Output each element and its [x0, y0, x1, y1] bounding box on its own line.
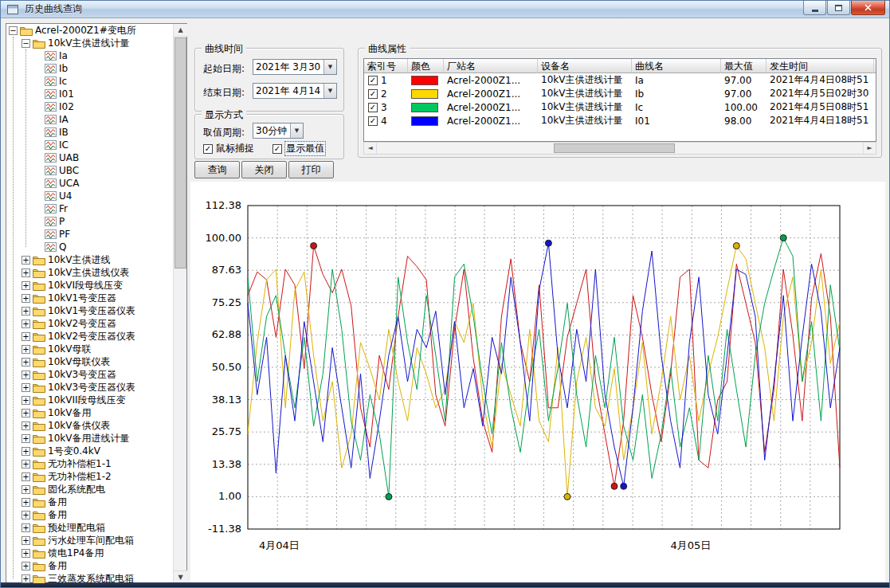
column-header-2[interactable]: 颜色: [408, 59, 444, 73]
tree-folder[interactable]: +10kV3号变压器: [7, 368, 173, 381]
expand-icon[interactable]: +: [22, 498, 30, 507]
tree-leaf-U4[interactable]: U4: [7, 190, 173, 202]
tree-leaf-Ia[interactable]: Ia: [7, 49, 173, 62]
table-horizontal-scrollbar[interactable]: ◄ ►: [363, 142, 876, 155]
tree-folder[interactable]: +10kV母联: [7, 343, 173, 355]
tree-leaf-Ib[interactable]: Ib: [7, 62, 173, 75]
curve-row-I01[interactable]: ✓4Acrel-2000Z1...10kV主供进线计量I0198.002021年…: [364, 114, 876, 127]
tree-folder[interactable]: +馈电1P4备用: [7, 547, 173, 559]
maximize-button[interactable]: [827, 1, 850, 15]
tree-folder[interactable]: +三效蒸发系统配电箱: [7, 572, 173, 583]
tree-folder[interactable]: +10kV母联仪表: [7, 355, 173, 368]
tree-folder[interactable]: +10kV备供仪表: [7, 419, 173, 432]
expand-icon[interactable]: +: [22, 549, 30, 558]
tree-leaf-UBC[interactable]: UBC: [7, 164, 173, 177]
tree-folder[interactable]: +10kV主供进线: [7, 253, 173, 266]
expand-icon[interactable]: +: [22, 383, 30, 392]
tree-scrollbar-thumb[interactable]: [174, 37, 186, 269]
tree-folder[interactable]: +污水处理车间配电箱: [7, 534, 173, 547]
tree-folder[interactable]: +无功补偿柜1-2: [7, 470, 173, 483]
collapse-icon[interactable]: −: [22, 39, 30, 48]
tree-folder[interactable]: +10kV1号变压器: [7, 292, 173, 304]
collapse-icon[interactable]: −: [9, 26, 18, 35]
expand-icon[interactable]: +: [22, 523, 30, 532]
expand-icon[interactable]: +: [22, 307, 30, 316]
checkbox-mark[interactable]: ✓: [272, 144, 282, 154]
curve-row-Ib[interactable]: ✓2Acrel-2000Z1...10kV主供进线计量Ib97.002021年4…: [364, 87, 876, 100]
column-header-3[interactable]: 厂站名: [444, 59, 538, 73]
tree-folder[interactable]: +备用: [7, 496, 173, 508]
tree-folder[interactable]: +1号变0.4kV: [7, 445, 173, 457]
tree-folder[interactable]: +10kV2号变压器: [7, 317, 173, 330]
title-bar[interactable]: 历史曲线查询: [1, 1, 889, 18]
mouse-capture-checkbox[interactable]: ✓ 鼠标捕捉: [203, 142, 254, 155]
checkbox-mark[interactable]: ✓: [203, 144, 213, 154]
show-extremes-checkbox[interactable]: ✓ 显示最值: [272, 142, 325, 155]
tree-leaf-Q[interactable]: Q: [7, 241, 173, 253]
close-action-button[interactable]: 关闭: [241, 161, 287, 178]
tree-folder[interactable]: +10kV3号变压器仪表: [7, 381, 173, 394]
curve-row-Ic[interactable]: ✓3Acrel-2000Z1...10kV主供进线计量Ic100.002021年…: [364, 100, 876, 114]
scroll-down-button[interactable]: ▼: [174, 570, 187, 583]
tree-folder[interactable]: +10kVI段母线压变: [7, 279, 173, 292]
curve-visible-checkbox[interactable]: ✓: [368, 116, 378, 126]
period-combo[interactable]: 30分钟 ▼: [253, 123, 304, 139]
column-header-1[interactable]: 索引号: [364, 59, 408, 73]
query-button[interactable]: 查询: [194, 161, 240, 178]
expand-icon[interactable]: +: [22, 421, 30, 430]
expand-icon[interactable]: +: [22, 281, 30, 290]
expand-icon[interactable]: +: [22, 460, 30, 468]
expand-icon[interactable]: +: [22, 370, 30, 379]
tree-leaf-P[interactable]: P: [7, 215, 173, 228]
tree-folder[interactable]: +10kV1号变压器仪表: [7, 304, 173, 317]
scroll-up-button[interactable]: ▲: [174, 24, 187, 37]
expand-icon[interactable]: +: [22, 294, 30, 303]
tree-root[interactable]: −Acrel-2000Z1#变电所: [7, 24, 173, 37]
scroll-left-button[interactable]: ◄: [364, 143, 377, 154]
expand-icon[interactable]: +: [22, 396, 30, 405]
tree-leaf-I01[interactable]: I01: [7, 88, 173, 100]
expand-icon[interactable]: +: [22, 574, 30, 583]
tree-group-expanded[interactable]: −10kV主供进线计量: [7, 37, 173, 49]
tree-folder[interactable]: +备用: [7, 559, 173, 572]
curve-visible-checkbox[interactable]: ✓: [368, 89, 378, 99]
column-header-7[interactable]: 发生时间: [766, 59, 874, 73]
expand-icon[interactable]: +: [22, 358, 30, 367]
tree-folder[interactable]: +10kV备用: [7, 406, 173, 419]
print-button[interactable]: 打印: [288, 161, 334, 178]
tree-folder[interactable]: +10kV主供进线仪表: [7, 266, 173, 279]
expand-icon[interactable]: +: [22, 256, 30, 265]
tree-leaf-PF[interactable]: PF: [7, 228, 173, 241]
tree-leaf-UAB[interactable]: UAB: [7, 151, 173, 164]
scroll-right-button[interactable]: ►: [863, 143, 876, 154]
table-scrollbar-thumb[interactable]: [554, 143, 675, 153]
end-date-combo[interactable]: 2021年 4月14 ▼: [253, 83, 337, 99]
column-header-4[interactable]: 设备名: [538, 59, 632, 73]
tree-folder[interactable]: +备用: [7, 508, 173, 521]
tree-leaf-UCA[interactable]: UCA: [7, 177, 173, 190]
tree-folder[interactable]: +固化系统配电: [7, 483, 173, 496]
dropdown-arrow-icon[interactable]: ▼: [323, 84, 336, 98]
tree-leaf-IB[interactable]: IB: [7, 126, 173, 139]
tree-leaf-IA[interactable]: IA: [7, 113, 173, 126]
tree-scrollbar[interactable]: ▲ ▼: [173, 24, 186, 583]
expand-icon[interactable]: +: [22, 409, 30, 417]
tree-leaf-Ic[interactable]: Ic: [7, 75, 173, 88]
tree-folder[interactable]: +10kV2号变压器仪表: [7, 330, 173, 343]
curve-visible-checkbox[interactable]: ✓: [368, 76, 378, 85]
expand-icon[interactable]: +: [22, 434, 30, 443]
tree-leaf-I02[interactable]: I02: [7, 100, 173, 113]
expand-icon[interactable]: +: [22, 345, 30, 354]
tree-folder[interactable]: +10kV备用进线计量: [7, 432, 173, 445]
minimize-button[interactable]: [803, 1, 826, 15]
curve-visible-checkbox[interactable]: ✓: [368, 103, 378, 112]
column-header-5[interactable]: 曲线名: [632, 59, 721, 73]
expand-icon[interactable]: +: [22, 319, 30, 328]
dropdown-arrow-icon[interactable]: ▼: [290, 123, 303, 138]
curve-row-Ia[interactable]: ✓1Acrel-2000Z1...10kV主供进线计量Ia97.002021年4…: [364, 73, 876, 87]
column-header-6[interactable]: 最大值: [721, 59, 766, 73]
expand-icon[interactable]: +: [22, 485, 30, 494]
expand-icon[interactable]: +: [22, 536, 30, 545]
tree-leaf-Fr[interactable]: Fr: [7, 202, 173, 215]
start-date-combo[interactable]: 2021年 3月30 ▼: [253, 59, 337, 75]
